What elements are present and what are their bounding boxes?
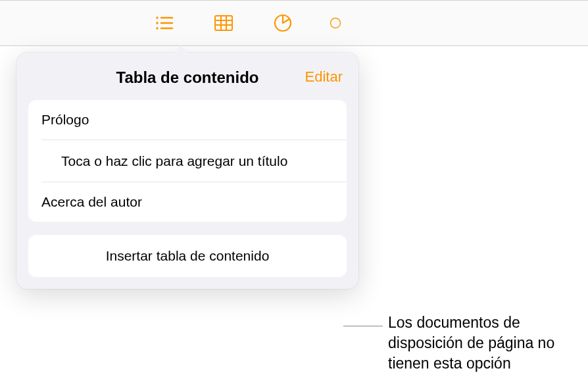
list-icon[interactable] (151, 10, 178, 36)
svg-rect-6 (215, 16, 232, 30)
svg-point-4 (156, 27, 159, 30)
svg-point-2 (156, 22, 159, 24)
table-icon[interactable] (210, 10, 237, 36)
svg-point-0 (156, 16, 159, 19)
insert-toc-button[interactable]: Insertar tabla de contenido (28, 235, 347, 277)
popover-arrow (173, 45, 189, 53)
toc-item[interactable]: Toca o haz clic para agregar un título (28, 140, 347, 182)
toc-item[interactable]: Acerca del autor (28, 182, 347, 222)
popover-header: Tabla de contenido Editar (28, 64, 347, 100)
popover-title: Tabla de contenido (116, 68, 259, 87)
svg-point-12 (331, 18, 341, 28)
chart-icon[interactable] (270, 10, 296, 36)
callout-line (343, 326, 383, 326)
callout-text: Los documentos de disposición de página … (388, 313, 588, 374)
edit-button[interactable]: Editar (305, 68, 343, 86)
toc-item[interactable]: Prólogo (28, 100, 347, 140)
toc-popover: Tabla de contenido Editar Prólogo Toca o… (16, 53, 358, 289)
toolbar (0, 0, 588, 46)
toc-list: Prólogo Toca o haz clic para agregar un … (28, 100, 347, 222)
shape-icon[interactable] (329, 10, 342, 36)
